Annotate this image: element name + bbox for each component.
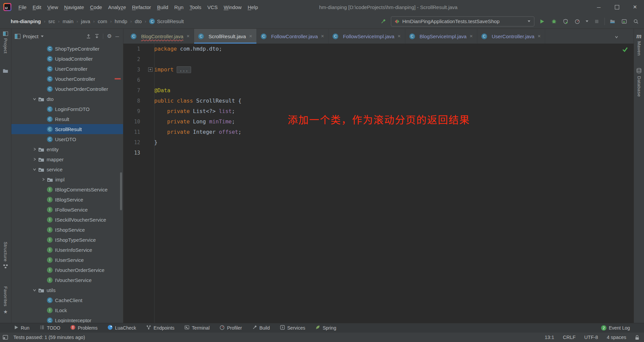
build-hammer-icon[interactable]	[379, 17, 387, 25]
tree-item-voucherordercontroller[interactable]: CVoucherOrderController	[11, 84, 123, 94]
tree-item-scrollresult[interactable]: CScrollResult	[11, 124, 123, 134]
breadcrumb-item[interactable]: main	[63, 18, 74, 24]
line-separator-widget[interactable]: CRLF	[563, 335, 576, 340]
tree-chevron-right[interactable]	[40, 178, 47, 181]
project-structure-folder-icon[interactable]	[608, 17, 617, 25]
menu-item-code[interactable]: Code	[87, 3, 105, 11]
toolwindow-button-profiler[interactable]: Profiler	[220, 325, 242, 331]
tree-item-iseckillvoucherservice[interactable]: IISeckillVoucherService	[11, 215, 123, 225]
tool-stripe-project[interactable]: Project	[0, 32, 11, 54]
tool-stripe-maven[interactable]: m Maven	[634, 33, 644, 56]
tab-close-icon[interactable]: ✕	[470, 34, 473, 39]
tree-item-utils[interactable]: utils	[11, 285, 123, 295]
collapse-all-icon[interactable]	[95, 34, 99, 39]
tab-close-icon[interactable]: ✕	[537, 34, 541, 39]
tool-stripe-folder-button[interactable]	[0, 68, 11, 73]
tree-item-mapper[interactable]: mapper	[11, 154, 123, 164]
encoding-widget[interactable]: UTF-8	[584, 335, 598, 340]
tree-item-iblogcommentsservice[interactable]: IIBlogCommentsService	[11, 184, 123, 194]
gear-icon[interactable]: ⚙	[107, 34, 112, 39]
search-everywhere-icon[interactable]	[632, 17, 640, 25]
breadcrumb-item[interactable]: com	[98, 18, 107, 24]
tree-item-ishopservice[interactable]: IIShopService	[11, 225, 123, 235]
tree-chevron-right[interactable]	[31, 148, 38, 151]
debug-button[interactable]	[550, 17, 558, 25]
menu-item-window[interactable]: Window	[221, 3, 244, 11]
editor-tab[interactable]: CFollowServiceImpl.java✕	[329, 29, 405, 44]
menu-item-help[interactable]: Help	[245, 3, 261, 11]
tab-close-icon[interactable]: ✕	[186, 34, 190, 39]
tree-item-iuserservice[interactable]: IIUserService	[11, 255, 123, 265]
editor-tab[interactable]: CBlogServiceImpl.java✕	[405, 29, 477, 44]
menu-item-run[interactable]: Run	[171, 3, 187, 11]
menu-item-tools[interactable]: Tools	[186, 3, 204, 11]
breadcrumb-item[interactable]: dto	[135, 18, 142, 24]
tree-item-ivoucherorderservice[interactable]: IIVoucherOrderService	[11, 265, 123, 275]
toolwindow-button-todo[interactable]: TODO	[40, 325, 60, 331]
project-view-chevron-icon[interactable]	[41, 36, 44, 37]
run-with-coverage-button[interactable]	[562, 17, 570, 25]
tool-stripe-favorites[interactable]: Favorites ★	[0, 286, 11, 315]
tab-close-icon[interactable]: ✕	[249, 34, 252, 39]
menu-item-refactor[interactable]: Refactor	[129, 3, 154, 11]
toolwindow-button-terminal[interactable]: Terminal	[184, 325, 210, 331]
breadcrumb-item[interactable]: hmdp	[115, 18, 127, 24]
caret-position-widget[interactable]: 13:1	[545, 335, 554, 340]
run-dashboard-icon[interactable]	[620, 17, 628, 25]
tree-item-ivoucherservice[interactable]: IIVoucherService	[11, 275, 123, 285]
tree-item-service[interactable]: service	[11, 164, 123, 174]
tree-item-entity[interactable]: entity	[11, 144, 123, 154]
editor[interactable]: 1package com.hmdp.dto;23+import...67@Dat…	[123, 44, 634, 323]
toolwindow-button-services[interactable]: Services	[280, 325, 305, 331]
toolwindow-button-luacheck[interactable]: LuaCheck	[108, 325, 136, 331]
expand-all-icon[interactable]	[86, 34, 91, 39]
tree-item-ishoptypeservice[interactable]: IIShopTypeService	[11, 235, 123, 245]
indent-widget[interactable]: 4 spaces	[607, 335, 626, 340]
tab-close-icon[interactable]: ✕	[397, 34, 401, 39]
tree-item-ifollowservice[interactable]: IIFollowService	[11, 205, 123, 215]
folded-imports-placeholder[interactable]: ...	[177, 66, 191, 73]
tree-item-iblogservice[interactable]: IIBlogService	[11, 194, 123, 205]
tree-chevron-right[interactable]	[31, 158, 38, 161]
menu-item-build[interactable]: Build	[154, 3, 171, 11]
menu-item-analyze[interactable]: Analyze	[105, 3, 129, 11]
hide-panel-icon[interactable]: ─	[115, 34, 119, 39]
editor-tab[interactable]: CBlogController.java✕	[127, 29, 194, 44]
fold-imports-button[interactable]: +	[148, 67, 153, 72]
tree-item-logininterceptor[interactable]: CLoginInterceptor	[11, 315, 123, 323]
tree-item-uploadcontroller[interactable]: CUploadController	[11, 54, 123, 64]
close-button[interactable]: ✕	[626, 0, 644, 14]
lock-icon[interactable]	[635, 335, 639, 340]
profiler-button[interactable]	[573, 17, 581, 25]
status-message[interactable]: Tests passed: 1 (59 minutes ago)	[13, 335, 85, 340]
tree-item-dto[interactable]: dto	[11, 94, 123, 104]
editor-tab[interactable]: CUserController.java✕	[477, 29, 545, 44]
menu-item-view[interactable]: View	[44, 3, 61, 11]
tree-item-result[interactable]: CResult	[11, 114, 123, 124]
toolwindow-button-build[interactable]: Build	[252, 325, 270, 331]
breadcrumb-item[interactable]: hm-dianping	[11, 18, 41, 24]
tree-item-shoptypecontroller[interactable]: CShopTypeController	[11, 44, 123, 54]
run-configuration-select[interactable]: HmDianPingApplicationTests.testSaveShop	[391, 16, 534, 26]
tree-item-userdto[interactable]: CUserDTO	[11, 134, 123, 144]
run-options-chevron-icon[interactable]	[585, 17, 589, 25]
stop-button[interactable]	[593, 17, 601, 25]
editor-tab[interactable]: CScrollResult.java✕	[194, 29, 257, 44]
tree-item-vouchercontroller[interactable]: CVoucherController	[11, 74, 123, 84]
event-log-button[interactable]: 2Event Log	[601, 325, 630, 331]
tree-item-ilock[interactable]: IILock	[11, 305, 123, 315]
minimize-button[interactable]: ─	[590, 0, 608, 14]
tree-chevron-down[interactable]	[31, 289, 38, 292]
tree-item-loginformdto[interactable]: CLoginFormDTO	[11, 104, 123, 114]
tool-window-toggle-icon[interactable]	[3, 335, 8, 340]
toolwindow-button-problems[interactable]: Problems	[70, 325, 98, 331]
tab-close-icon[interactable]: ✕	[321, 34, 324, 39]
breadcrumb-leaf[interactable]: CScrollResult	[149, 18, 184, 24]
breadcrumb-item[interactable]: src	[48, 18, 55, 24]
maximize-button[interactable]	[608, 0, 626, 14]
toolwindow-button-run[interactable]: Run	[14, 325, 30, 331]
toolwindow-button-endpoints[interactable]: Endpoints	[146, 325, 174, 331]
menu-item-vcs[interactable]: VCS	[204, 3, 221, 11]
tree-item-impl[interactable]: impl	[11, 174, 123, 184]
inspection-ok-check-icon[interactable]	[622, 47, 628, 54]
